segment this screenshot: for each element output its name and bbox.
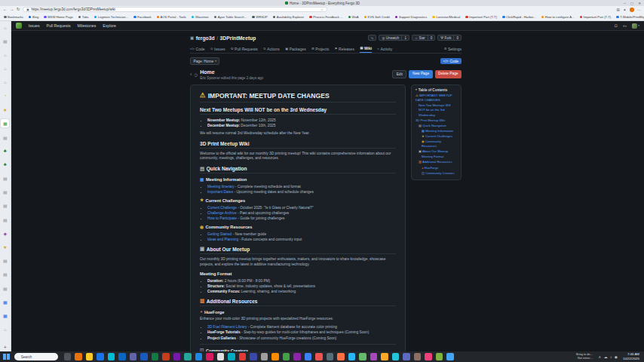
rss-button[interactable]: ∿ xyxy=(368,35,377,41)
wiki-link[interactable]: Meeting Itinerary xyxy=(207,185,235,189)
back-icon[interactable]: ← xyxy=(3,8,8,12)
vertical-tab-favicon[interactable]: ⌂ xyxy=(1,325,9,333)
toc-link[interactable]: Next Two Meetups Will NOT be on the 3rd … xyxy=(419,103,451,116)
wiki-link[interactable]: Important Dates xyxy=(207,190,233,194)
wiki-link[interactable]: How to Participate xyxy=(207,216,237,220)
taskbar-app-icon[interactable] xyxy=(75,353,82,360)
toc-link[interactable]: 3D Print Meetup Wiki xyxy=(416,118,445,122)
wiki-link[interactable]: 3D Fuel Filament Library xyxy=(207,325,247,329)
taskbar-app-icon[interactable] xyxy=(140,353,148,360)
fork-button[interactable]: ΨFork0 xyxy=(437,35,462,41)
vertical-tab-favicon[interactable]: ⌂ xyxy=(1,51,9,59)
bookmark-item[interactable]: Tabs xyxy=(78,15,89,19)
vertical-tab-favicon[interactable]: ▦ xyxy=(1,298,9,306)
bookmark-item[interactable]: Logmein Technician... xyxy=(94,15,128,19)
taskbar-app-icon[interactable] xyxy=(97,353,104,360)
unwatch-count[interactable]: 1 xyxy=(401,35,409,41)
toc-link[interactable]: Current Challenges xyxy=(425,134,452,138)
wiki-code-button[interactable]: </> Code xyxy=(440,58,462,65)
site-logo[interactable] xyxy=(16,23,22,29)
tray-icon[interactable]: ◉ xyxy=(615,355,618,359)
tab-settings[interactable]: ⚙Settings xyxy=(444,47,462,54)
notifications-bell-icon[interactable]: Ω xyxy=(615,23,618,28)
taskbar-search[interactable]: ◌ Search xyxy=(14,353,58,360)
wiki-link[interactable]: Ideas and Planning xyxy=(207,238,238,241)
edit-page-button[interactable]: Edit xyxy=(392,70,406,78)
site-nav-item-issues[interactable]: Issues xyxy=(29,23,40,28)
toc-link[interactable]: About Our Meetup xyxy=(422,149,448,153)
wiki-link[interactable]: Getting Started xyxy=(207,232,232,236)
fork-count[interactable]: 0 xyxy=(453,35,461,41)
toc-collapse-caret[interactable]: ▾ xyxy=(416,88,417,91)
taskbar-app-icon[interactable] xyxy=(283,353,290,360)
wiki-link[interactable]: Current Challenge xyxy=(207,206,237,210)
bookmark-item[interactable]: Support Diagnostics xyxy=(395,15,427,19)
bookmark-item[interactable]: Ayan Table Search... xyxy=(214,15,247,19)
site-nav-item-explore[interactable]: Explore xyxy=(103,23,116,28)
taskbar-app-icon[interactable] xyxy=(392,353,400,360)
vertical-tab-favicon[interactable]: ▤ xyxy=(1,188,9,196)
vertical-tab-favicon[interactable]: ▤ xyxy=(1,133,9,142)
taskbar-app-icon[interactable] xyxy=(403,353,410,360)
vertical-tab-favicon[interactable]: ▦ xyxy=(1,119,9,127)
vertical-tab-favicon[interactable]: ◔ xyxy=(1,92,9,100)
taskbar-app-icon[interactable] xyxy=(327,353,334,360)
toc-link[interactable]: Meeting Information xyxy=(425,129,453,133)
vertical-tab-favicon[interactable]: ⌂ xyxy=(1,65,9,73)
bookmark-item[interactable]: Important Part (T-T) xyxy=(580,15,612,19)
taskbar-app-icon[interactable] xyxy=(271,353,279,360)
favorite-star-icon[interactable]: ☆ xyxy=(320,8,324,11)
bookmark-item[interactable]: Bing xyxy=(29,15,38,19)
bookmark-item[interactable]: T-Mobile/PrintMigh... xyxy=(616,15,644,19)
revisions-clock-icon[interactable]: ◷ xyxy=(194,72,198,77)
vertical-tab-favicon[interactable]: ▤ xyxy=(1,270,9,278)
taskbar-app-icon[interactable] xyxy=(315,353,323,360)
forward-icon[interactable]: → xyxy=(10,8,14,12)
bookmark-item[interactable]: How to configure A... xyxy=(541,15,575,19)
tab-code[interactable]: </>Code xyxy=(190,47,205,54)
taskbar-app-icon[interactable] xyxy=(184,353,192,360)
toc-link[interactable]: HueForge xyxy=(424,166,439,170)
bookmark-item[interactable]: Lonestar/Medical xyxy=(432,15,460,19)
toc-link[interactable]: IMPORTANT: MEETUP DATE CHANGES xyxy=(416,94,452,102)
collections-icon[interactable]: ⊞ xyxy=(617,8,620,12)
tab-pull-requests[interactable]: ΨPull Requests xyxy=(231,47,258,54)
tray-icon[interactable]: ☁ xyxy=(604,355,608,359)
new-page-button[interactable]: New Page xyxy=(409,70,432,78)
taskbar-app-icon[interactable] xyxy=(381,353,388,360)
vertical-tab-favicon[interactable]: ▦ xyxy=(1,311,9,320)
vertical-tab-favicon[interactable]: ◈ xyxy=(1,229,9,238)
vertical-tab-favicon[interactable]: ♣ xyxy=(1,161,9,169)
bookmark-item[interactable]: Process Feedback ... xyxy=(309,15,342,19)
vertical-tab-favicon[interactable]: ▤ xyxy=(1,37,9,45)
bookmark-item[interactable]: WoA xyxy=(348,15,359,19)
browser-profile-avatar[interactable] xyxy=(630,8,634,12)
tab-projects[interactable]: ⊞Projects xyxy=(311,47,329,54)
page-selector-dropdown[interactable]: Page: Home ▾ xyxy=(190,57,219,65)
create-new-button[interactable]: +▾ xyxy=(623,23,627,28)
vertical-tab-favicon[interactable]: ▤ xyxy=(1,256,9,265)
taskbar-app-icon[interactable] xyxy=(86,353,94,360)
toc-link[interactable]: Meeting Format xyxy=(422,155,443,158)
taskbar-app-icon[interactable] xyxy=(130,353,137,360)
unwatch-button[interactable]: ◎Unwatch1 xyxy=(379,35,409,41)
taskbar-widget-text[interactable]: Bring to do... Not intere... xyxy=(576,353,593,360)
address-bar[interactable]: ▣ https://meetup.fergo3d.com/fergo3d/3DP… xyxy=(23,7,327,12)
tab-issues[interactable]: ⊙Issues xyxy=(210,47,225,54)
start-button[interactable] xyxy=(3,354,10,360)
taskbar-app-icon[interactable] xyxy=(206,353,213,360)
bookmark-item[interactable]: AOS Portal - Tools xyxy=(157,15,186,19)
taskbar-app-icon[interactable] xyxy=(436,353,443,360)
taskbar-app-icon[interactable] xyxy=(228,353,235,360)
taskbar-app-icon[interactable] xyxy=(195,353,203,360)
star-count[interactable]: 0 xyxy=(428,35,435,41)
toc-link[interactable]: Community Resources xyxy=(422,140,441,148)
bookmark-item[interactable]: ClickRapid - Harbor... xyxy=(502,15,536,19)
bookmark-item[interactable]: Wavetron xyxy=(192,15,209,19)
toc-link[interactable]: Community Creators xyxy=(425,171,455,175)
bookmark-item[interactable]: KVS Soft Credit xyxy=(364,15,390,19)
menu-icon[interactable]: ⋯ xyxy=(637,8,641,12)
vertical-tab-favicon[interactable]: ▤ xyxy=(1,174,9,183)
vertical-tab-favicon[interactable]: ▤ xyxy=(1,284,9,293)
minimize-button[interactable]: – xyxy=(624,2,626,5)
